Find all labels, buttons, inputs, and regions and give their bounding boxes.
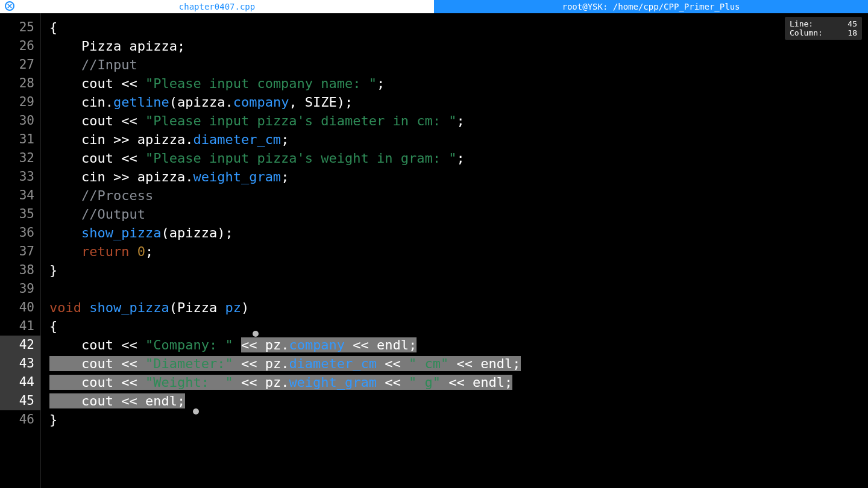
tab-terminal[interactable]: root@YSK: /home/cpp/CPP_Primer_Plus: [434, 0, 868, 13]
line-number: 31: [0, 130, 40, 149]
code-area[interactable]: { Pizza apizza; //Input cout << "Please …: [41, 13, 868, 488]
code-line: cout << endl;: [41, 392, 868, 410]
code-line: cout << "Weight: " << pz.weight_gram << …: [41, 373, 868, 392]
code-line: void show_pizza(Pizza pz): [41, 298, 868, 317]
code-line: }: [41, 410, 868, 429]
code-line: //Input: [41, 55, 868, 74]
code-line: }: [41, 261, 868, 280]
line-number: 30: [0, 111, 40, 130]
code-line: cout << "Company: " << pz.company << end…: [41, 336, 868, 354]
status-line-value: 45: [848, 19, 857, 28]
line-number: 29: [0, 93, 40, 111]
line-number: 25: [0, 18, 40, 37]
line-number: 35: [0, 205, 40, 224]
tab-file-label: chapter0407.cpp: [179, 2, 255, 11]
status-col-label: Column:: [790, 28, 823, 37]
code-line: {: [41, 317, 868, 336]
cursor-status: Line: 45 Column: 18: [785, 17, 862, 40]
code-line: Pizza apizza;: [41, 37, 868, 55]
line-number: 41: [0, 317, 40, 336]
line-number: 27: [0, 55, 40, 74]
status-col-value: 18: [848, 28, 857, 37]
line-number: 44: [0, 373, 40, 392]
tab-bar: chapter0407.cpp root@YSK: /home/cpp/CPP_…: [0, 0, 868, 13]
line-number: 40: [0, 298, 40, 317]
line-number: 32: [0, 149, 40, 167]
code-line: cout << "Please input pizza's diameter i…: [41, 111, 868, 130]
code-line: cout << "Diameter:" << pz.diameter_cm <<…: [41, 354, 868, 373]
line-number: 36: [0, 224, 40, 242]
code-line: cin.getline(apizza.company, SIZE);: [41, 93, 868, 111]
line-number: 38: [0, 261, 40, 280]
code-line: cin >> apizza.diameter_cm;: [41, 130, 868, 149]
line-number: 34: [0, 186, 40, 205]
tab-terminal-label: root@YSK: /home/cpp/CPP_Primer_Plus: [562, 2, 740, 11]
tab-file[interactable]: chapter0407.cpp: [0, 0, 434, 13]
editor: 25 26 27 28 29 30 31 32 33 34 35 36 37 3…: [0, 13, 868, 488]
code-line: [41, 280, 868, 298]
line-number: 46: [0, 410, 40, 429]
line-number: 39: [0, 280, 40, 298]
close-icon[interactable]: [5, 1, 14, 11]
line-number: 42: [0, 336, 40, 354]
code-line: {: [41, 18, 868, 37]
code-line: cin >> apizza.weight_gram;: [41, 167, 868, 186]
code-line: //Output: [41, 205, 868, 224]
selection-end-handle[interactable]: [193, 408, 199, 414]
line-number: 26: [0, 37, 40, 55]
code-line: cout << "Please input company name: ";: [41, 74, 868, 93]
status-line-label: Line:: [790, 19, 813, 28]
line-number: 33: [0, 167, 40, 186]
line-number: 43: [0, 354, 40, 373]
selection-start-handle[interactable]: [253, 331, 259, 337]
line-number: 28: [0, 74, 40, 93]
line-number: 37: [0, 242, 40, 261]
code-line: cout << "Please input pizza's weight in …: [41, 149, 868, 167]
code-line: return 0;: [41, 242, 868, 261]
line-number-gutter: 25 26 27 28 29 30 31 32 33 34 35 36 37 3…: [0, 13, 41, 488]
code-line: //Process: [41, 186, 868, 205]
line-number: 45: [0, 392, 40, 410]
code-line: show_pizza(apizza);: [41, 224, 868, 242]
